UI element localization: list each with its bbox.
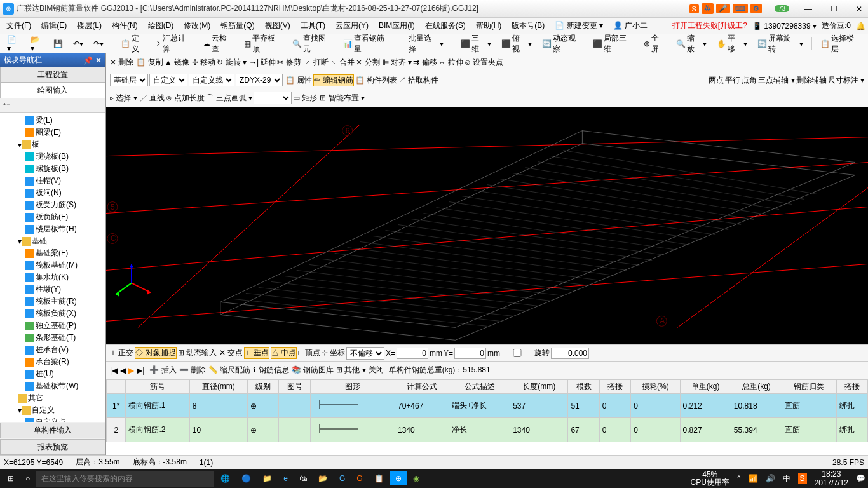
- cell[interactable]: 净长: [449, 418, 510, 442]
- tree-item[interactable]: 筏板主筋(R): [0, 295, 105, 308]
- taskbar-search[interactable]: 在这里输入你要搜索的内容: [36, 471, 214, 487]
- tree-item[interactable]: 螺旋板(B): [0, 163, 105, 175]
- cell[interactable]: [310, 418, 395, 442]
- col-header[interactable]: 直径(mm): [189, 380, 247, 394]
- sidebar-pin-icon[interactable]: 📌: [83, 56, 93, 65]
- draw-select[interactable]: [254, 92, 292, 104]
- tree-item[interactable]: 条形基础(T): [0, 332, 105, 344]
- cell[interactable]: ⊕: [248, 418, 279, 442]
- cell[interactable]: 10: [189, 418, 247, 442]
- col-header[interactable]: 筋号: [126, 380, 189, 394]
- col-header[interactable]: 单重(kg): [680, 380, 731, 394]
- app5-icon[interactable]: G: [351, 471, 367, 485]
- tree-item[interactable]: 梁(L): [0, 114, 105, 126]
- app7-icon[interactable]: ◉: [408, 471, 424, 485]
- cell[interactable]: 0.827: [680, 418, 731, 442]
- rotate-input[interactable]: [551, 348, 589, 359]
- 3d-viewport[interactable]: 6 5 C A: [106, 107, 868, 344]
- delete-button[interactable]: ✕ 删除: [110, 57, 133, 68]
- phone-label[interactable]: 📱 13907298339 ▾: [752, 22, 817, 30]
- ime-gear-icon[interactable]: ⚙: [750, 4, 762, 13]
- ime-badge[interactable]: S: [689, 4, 699, 13]
- tree-item[interactable]: 柱墩(Y): [0, 283, 105, 295]
- tree-item[interactable]: 基础梁(F): [0, 247, 105, 259]
- grip-button[interactable]: ⊙ 设置夹点: [465, 57, 503, 68]
- cell[interactable]: 0: [631, 418, 680, 442]
- delete-aux-button[interactable]: 删除辅轴: [796, 75, 827, 86]
- cortana-icon[interactable]: ○: [20, 471, 35, 485]
- menu-file[interactable]: 文件(F): [3, 19, 35, 32]
- define-button[interactable]: 📋 定义: [116, 31, 151, 57]
- subtype-select[interactable]: 自定义线: [189, 74, 234, 86]
- two-point-button[interactable]: 两点: [709, 75, 724, 86]
- tree-item[interactable]: 板负筋(F): [0, 211, 105, 223]
- cpu-usage[interactable]: 45% CPU使用率: [691, 471, 729, 486]
- tree-item[interactable]: ▾ 基础: [0, 235, 105, 247]
- tray-clock[interactable]: 18:232017/7/12: [815, 470, 848, 487]
- zoom-button[interactable]: 🔍 缩放 ▾: [672, 31, 711, 57]
- tray-sogou-icon[interactable]: S: [798, 473, 807, 484]
- tree-item[interactable]: 集水坑(K): [0, 271, 105, 283]
- new-button[interactable]: 📄▾: [3, 33, 25, 55]
- dynamic-input-button[interactable]: ⊞ 动态输入: [178, 348, 217, 358]
- rebar-lib-button[interactable]: 📚 钢筋图库: [292, 365, 334, 376]
- close-data-button[interactable]: 关闭: [369, 365, 384, 376]
- col-header[interactable]: 图号: [279, 380, 310, 394]
- rect-button[interactable]: ▭ 矩形: [293, 93, 317, 104]
- col-header[interactable]: 总重(kg): [731, 380, 782, 394]
- beans-label[interactable]: 造价豆:0: [822, 20, 851, 31]
- minimize-button[interactable]: —: [802, 4, 815, 13]
- dimension-button[interactable]: 尺寸标注 ▾: [828, 75, 864, 86]
- col-header[interactable]: 损耗(%): [631, 380, 680, 394]
- coord-button[interactable]: ⊹ 坐标: [322, 348, 345, 358]
- ime-mic-icon[interactable]: 🎤: [716, 4, 730, 13]
- warning-text[interactable]: 打开工程失败[升级工?: [672, 20, 747, 31]
- start-button[interactable]: ⊞: [3, 471, 19, 485]
- align-button[interactable]: ⊫ 对齐 ▾: [383, 57, 412, 68]
- col-header[interactable]: 级别: [248, 380, 279, 394]
- tray-ime-icon[interactable]: 中: [783, 473, 790, 484]
- save-button[interactable]: 💾: [49, 37, 67, 50]
- copy-button[interactable]: 📋 复制: [136, 57, 163, 68]
- col-header[interactable]: [107, 380, 126, 394]
- component-list-button[interactable]: 📋 构件列表: [355, 75, 397, 86]
- offset-select[interactable]: 不偏移: [346, 347, 384, 360]
- cell[interactable]: 1340: [395, 418, 449, 442]
- cell[interactable]: 横向钢筋.1: [126, 394, 189, 418]
- split-button[interactable]: ✕ 分割: [356, 57, 379, 68]
- single-input-button[interactable]: 单构件输入: [0, 423, 105, 438]
- tree-item[interactable]: 板洞(N): [0, 187, 105, 199]
- props-button[interactable]: 📋 属性: [285, 75, 312, 86]
- app3-icon[interactable]: 📁: [257, 471, 277, 485]
- col-header[interactable]: 根数: [568, 380, 599, 394]
- tree-item[interactable]: 桩承台(V): [0, 344, 105, 356]
- tree-item[interactable]: 基础板带(W): [0, 380, 105, 392]
- find-button[interactable]: 🔍 查找图元: [288, 31, 337, 57]
- osnap-button[interactable]: ◇ 对象捕捉: [135, 347, 176, 359]
- open-button[interactable]: 📂▾: [26, 33, 48, 55]
- store-icon[interactable]: 🛍: [294, 471, 312, 485]
- tray-volume-icon[interactable]: 🔊: [766, 474, 775, 483]
- cell[interactable]: 0: [599, 394, 630, 418]
- parallel-button[interactable]: 平行: [725, 75, 740, 86]
- select-floor-button[interactable]: 📋 选择楼层: [816, 31, 865, 57]
- col-header[interactable]: 钢筋归类: [782, 380, 836, 394]
- nav-last-button[interactable]: ▶|: [137, 366, 144, 375]
- cell[interactable]: 0: [631, 394, 680, 418]
- cell[interactable]: [279, 418, 310, 442]
- merge-button[interactable]: ⟍ 合并: [330, 57, 355, 68]
- row-num[interactable]: 2: [107, 418, 126, 442]
- cell[interactable]: 1340: [510, 418, 568, 442]
- other-button[interactable]: ⊞ 其他 ▾: [336, 365, 366, 376]
- tree-item[interactable]: 其它: [0, 392, 105, 404]
- midpoint-button[interactable]: △ 中点: [271, 347, 297, 359]
- cell[interactable]: 直筋: [782, 418, 836, 442]
- orbit-button[interactable]: 🔄 动态观察: [538, 31, 587, 57]
- tree-expand-icon[interactable]: ⁺⁻: [3, 101, 10, 110]
- arc-button[interactable]: ⌒ 三点画弧 ▾: [206, 93, 252, 104]
- delete-row-button[interactable]: ➖ 删除: [179, 365, 206, 376]
- cell[interactable]: 537: [510, 394, 568, 418]
- cell[interactable]: 绑扎: [836, 418, 868, 442]
- nav-prev-button[interactable]: ◀: [120, 366, 126, 375]
- tree-item[interactable]: 承台梁(R): [0, 356, 105, 368]
